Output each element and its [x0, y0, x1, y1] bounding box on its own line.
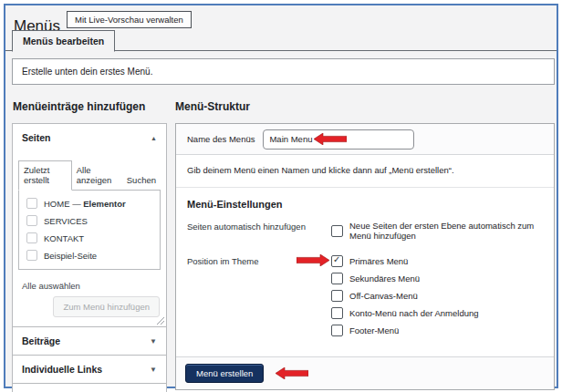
- position-label: Sekundäres Menü: [349, 273, 420, 284]
- menu-structure-column: Name des Menüs Gib deinem Menü einen Nam…: [175, 123, 555, 390]
- collapse-up-icon[interactable]: ▲: [151, 135, 157, 141]
- list-item: Beispiel-Seite: [26, 250, 154, 261]
- auto-add-option-label: Neue Seiten der ersten Ebene automatisch…: [349, 221, 543, 241]
- position-checkbox-primary[interactable]: [331, 255, 343, 267]
- page-label: KONTAKT: [44, 233, 84, 243]
- position-label: Off-Canvas-Menü: [349, 291, 418, 301]
- pages-panel-title: Seiten: [22, 132, 51, 143]
- chevron-down-icon[interactable]: ▼: [150, 337, 157, 346]
- position-option: Off-Canvas-Menü: [331, 290, 479, 302]
- red-arrow-left-icon: [276, 367, 308, 379]
- notice-banner: Erstelle unten dein erstes Menü.: [12, 58, 555, 85]
- menu-name-row: Name des Menüs: [176, 124, 554, 155]
- publishing-actions: Menü erstellen: [176, 356, 554, 389]
- add-menu-items-column: Seiten ▲ Zuletzt erstellt Alle anzeigen …: [12, 123, 167, 392]
- position-label: Konto-Menü nach der Anmeldung: [349, 308, 479, 318]
- accordion-posts-label: Beiträge: [22, 335, 60, 346]
- resize-grip[interactable]: [155, 315, 164, 325]
- auto-add-label: Seiten automatisch hinzufügen: [187, 221, 331, 246]
- accordion-custom-links[interactable]: Individuelle Links ▼: [12, 355, 167, 384]
- select-all-link[interactable]: Alle auswählen: [22, 281, 80, 291]
- auto-add-row: Seiten automatisch hinzufügen Neue Seite…: [187, 221, 543, 246]
- menu-structure-heading: Menü-Struktur: [175, 100, 250, 113]
- tab-view-all[interactable]: Alle anzeigen: [72, 161, 122, 190]
- auto-add-checkbox[interactable]: [331, 225, 343, 237]
- sidebar-heading: Menüeinträge hinzufügen: [13, 100, 145, 113]
- accordion-custom-links-label: Individuelle Links: [22, 364, 102, 375]
- position-checkbox-account[interactable]: [331, 307, 343, 319]
- add-to-menu-button[interactable]: Zum Menü hinzufügen: [53, 296, 160, 317]
- tab-most-recent[interactable]: Zuletzt erstellt: [18, 160, 72, 191]
- pages-panel: Seiten ▲ Zuletzt erstellt Alle anzeigen …: [12, 123, 167, 327]
- menu-name-label: Name des Menüs: [187, 134, 255, 144]
- auto-add-option: Neue Seiten der ersten Ebene automatisch…: [331, 221, 543, 241]
- screenshot-frame: Menüs Mit Live-Vorschau verwalten Menüs …: [4, 4, 558, 388]
- position-option: Konto-Menü nach der Anmeldung: [331, 307, 479, 319]
- position-checkbox-footer[interactable]: [331, 325, 343, 336]
- create-menu-button[interactable]: Menü erstellen: [185, 364, 264, 383]
- position-label: Footer-Menü: [349, 325, 399, 335]
- theme-position-label: Position im Theme: [187, 255, 331, 342]
- list-item: KONTAKT: [26, 232, 154, 243]
- tab-edit-menus[interactable]: Menüs bearbeiten: [12, 30, 115, 52]
- page-checkbox[interactable]: [26, 250, 37, 261]
- chevron-down-icon[interactable]: ▼: [150, 366, 157, 374]
- red-arrow-left-icon: [314, 133, 347, 145]
- menu-settings-section: Menü-Einstellungen Seiten automatisch hi…: [176, 188, 554, 356]
- page-checkbox[interactable]: [26, 215, 37, 226]
- position-label: Primäres Menü: [349, 256, 408, 266]
- menu-name-hint: Gib deinem Menü einen Namen und klicke d…: [176, 155, 554, 188]
- position-checkbox-secondary[interactable]: [331, 273, 343, 284]
- menu-settings-heading: Menü-Einstellungen: [187, 199, 543, 210]
- position-option: Primäres Menü: [331, 255, 479, 267]
- red-arrow-right-icon: [297, 254, 329, 266]
- pages-tabs: Zuletzt erstellt Alle anzeigen Suchen: [18, 160, 161, 190]
- menu-structure-panel: Name des Menüs Gib deinem Menü einen Nam…: [175, 123, 555, 390]
- list-item: HOME — Elementor: [26, 198, 154, 209]
- page-checkbox[interactable]: [26, 232, 37, 243]
- accordion-posts[interactable]: Beiträge ▼: [12, 326, 167, 356]
- accordion-categories[interactable]: Kategorien ▼: [12, 383, 167, 392]
- post-state: Elementor: [83, 199, 125, 209]
- position-checkbox-offcanvas[interactable]: [331, 290, 343, 302]
- position-option: Sekundäres Menü: [331, 273, 479, 284]
- pages-panel-header[interactable]: Seiten ▲: [13, 124, 166, 150]
- page-label: SERVICES: [44, 216, 88, 226]
- live-preview-button[interactable]: Mit Live-Vorschau verwalten: [67, 11, 192, 28]
- list-item: SERVICES: [26, 215, 154, 226]
- page-label: Beispiel-Seite: [44, 251, 97, 261]
- pages-list: HOME — Elementor SERVICES KONTAKT Beispi…: [18, 190, 161, 270]
- page-label: HOME — Elementor: [44, 199, 126, 209]
- theme-position-row: Position im Theme Primäres Menü Sekundär…: [187, 255, 543, 342]
- page-checkbox[interactable]: [26, 198, 37, 209]
- position-option: Footer-Menü: [331, 325, 479, 336]
- tab-search[interactable]: Suchen: [122, 171, 161, 190]
